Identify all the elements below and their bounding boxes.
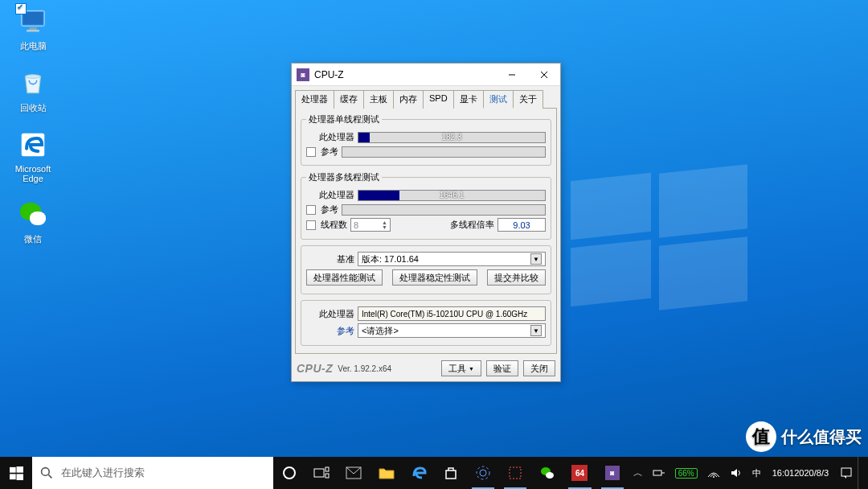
taskbar-app-mail[interactable] xyxy=(338,457,370,489)
start-button[interactable] xyxy=(0,457,32,489)
app-icon: ◙ xyxy=(297,68,309,81)
tray-clock[interactable]: 16:01 2020/8/3 xyxy=(766,457,835,489)
ref-label: 参考 xyxy=(321,203,338,216)
cortana-icon xyxy=(282,466,297,480)
plug-icon xyxy=(653,469,665,477)
taskview-button[interactable] xyxy=(305,457,338,489)
svg-point-13 xyxy=(42,468,50,476)
taskbar-app-store[interactable] xyxy=(435,457,467,489)
reference-combo[interactable]: <请选择>▼ xyxy=(358,323,546,338)
svg-rect-16 xyxy=(314,469,324,477)
tab-spd[interactable]: SPD xyxy=(423,90,454,109)
cpu-info-group: 此处理器 Intel(R) Core(TM) i5-10210U CPU @ 1… xyxy=(301,300,551,346)
tab-about[interactable]: 关于 xyxy=(513,90,543,109)
ref-checkbox[interactable] xyxy=(306,205,316,215)
threads-checkbox[interactable] xyxy=(306,220,316,230)
wallpaper-windows-logo xyxy=(571,169,747,306)
threads-label: 线程数 xyxy=(321,219,347,231)
svg-rect-17 xyxy=(326,467,329,471)
svg-rect-25 xyxy=(653,471,661,475)
svg-point-4 xyxy=(26,75,41,79)
bench-button[interactable]: 处理器性能测试 xyxy=(306,269,383,286)
taskbar: 在此键入进行搜索 64 ◙ ︿ 66% 中 16:01 2020/8/3 xyxy=(0,457,868,489)
checkbox-icon xyxy=(15,3,27,14)
tab-caches[interactable]: 缓存 xyxy=(334,90,364,109)
tab-mainboard[interactable]: 主板 xyxy=(363,90,394,109)
svg-rect-18 xyxy=(326,474,329,478)
tab-cpu[interactable]: 处理器 xyxy=(295,90,334,109)
single-thread-value: 182.3 xyxy=(358,133,545,142)
snip-icon xyxy=(507,465,523,481)
svg-rect-10 xyxy=(16,466,23,473)
svg-rect-28 xyxy=(841,468,851,476)
single-thread-group: 处理器单线程测试 此处理器 182.3 参考 xyxy=(301,113,551,166)
svg-rect-22 xyxy=(510,467,521,479)
taskbar-app-wechat[interactable] xyxy=(531,457,563,489)
taskbar-app-edge[interactable] xyxy=(403,457,435,489)
desktop-icon-label: 微信 xyxy=(5,233,61,245)
multi-ref-bar xyxy=(342,204,546,216)
desktop-icon-edge[interactable]: Microsoft Edge xyxy=(5,129,61,183)
desktop-icon-recycle-bin[interactable]: 回收站 xyxy=(5,67,61,114)
edge-icon xyxy=(18,129,48,160)
svg-point-27 xyxy=(713,476,714,478)
tray-power[interactable] xyxy=(648,457,670,489)
baseline-group: 基准 版本: 17.01.64▼ 处理器性能测试 处理器稳定性测试 提交并比较 xyxy=(301,245,551,294)
tray-battery[interactable]: 66% xyxy=(670,457,702,489)
taskbar-app-snip[interactable] xyxy=(499,457,531,489)
taskbar-app-settings[interactable] xyxy=(467,457,499,489)
minimize-button[interactable] xyxy=(496,64,528,86)
single-ref-bar xyxy=(342,146,546,158)
search-placeholder: 在此键入进行搜索 xyxy=(61,466,145,480)
search-box[interactable]: 在此键入进行搜索 xyxy=(32,457,273,489)
wechat-icon xyxy=(17,198,49,230)
ref-label: 参考 xyxy=(321,146,338,158)
tools-button[interactable]: 工具 ▼ xyxy=(441,360,481,376)
tray-ime[interactable]: 中 xyxy=(747,457,766,489)
ratio-label: 多线程倍率 xyxy=(450,219,494,231)
stress-button[interactable]: 处理器稳定性测试 xyxy=(392,269,477,286)
cpuz-logo: CPU-Z xyxy=(297,362,333,375)
threads-spinner[interactable]: 8▲▼ xyxy=(350,218,391,232)
svg-point-20 xyxy=(480,470,486,476)
taskbar-app-cpuz[interactable]: ◙ xyxy=(596,457,628,489)
close-button[interactable]: 关闭 xyxy=(523,360,555,376)
svg-rect-12 xyxy=(16,474,23,480)
tray-volume[interactable] xyxy=(725,457,747,489)
desktop-icon-wechat[interactable]: 微信 xyxy=(5,198,61,245)
watermark: 值 什么值得买 xyxy=(746,421,862,452)
windows-icon xyxy=(10,466,23,480)
multi-thread-bar: 1646.1 xyxy=(358,190,546,201)
tray-network[interactable] xyxy=(702,457,725,489)
this-cpu-label: 此处理器 xyxy=(306,131,354,143)
close-button[interactable] xyxy=(528,64,560,86)
titlebar[interactable]: ◙ CPU-Z xyxy=(292,64,560,86)
this-cpu-label: 此处理器 xyxy=(306,189,354,201)
reference-label: 参考 xyxy=(306,325,354,337)
svg-point-15 xyxy=(284,467,295,479)
clock-date: 2020/8/3 xyxy=(794,468,829,479)
tab-bench[interactable]: 测试 xyxy=(483,90,514,109)
show-desktop-button[interactable] xyxy=(858,457,868,489)
tab-graphics[interactable]: 显卡 xyxy=(453,90,484,109)
submit-button[interactable]: 提交并比较 xyxy=(487,269,546,286)
baseline-combo[interactable]: 版本: 17.01.64▼ xyxy=(358,252,546,266)
desktop-icon-this-pc[interactable]: 此电脑 xyxy=(5,5,61,52)
svg-rect-9 xyxy=(10,466,16,472)
multi-thread-value: 1646.1 xyxy=(358,191,545,200)
baseline-label: 基准 xyxy=(306,253,354,265)
desktop-icon-label: 回收站 xyxy=(5,102,61,114)
taskbar-app-explorer[interactable] xyxy=(371,457,403,489)
tray-overflow[interactable]: ︿ xyxy=(628,457,648,489)
validate-button[interactable]: 验证 xyxy=(486,360,518,376)
ref-checkbox[interactable] xyxy=(306,147,316,157)
taskbar-app-aida[interactable]: 64 xyxy=(563,457,596,489)
group-legend: 处理器多线程测试 xyxy=(306,171,382,183)
svg-point-21 xyxy=(477,466,489,479)
gear-icon xyxy=(475,465,491,481)
tab-memory[interactable]: 内存 xyxy=(393,90,424,109)
cortana-button[interactable] xyxy=(273,457,305,489)
multi-thread-group: 处理器多线程测试 此处理器 1646.1 参考 线程数 8▲▼ 多线程倍率 9.… xyxy=(301,171,551,240)
tray-notifications[interactable] xyxy=(835,457,858,489)
svg-rect-3 xyxy=(27,30,39,31)
